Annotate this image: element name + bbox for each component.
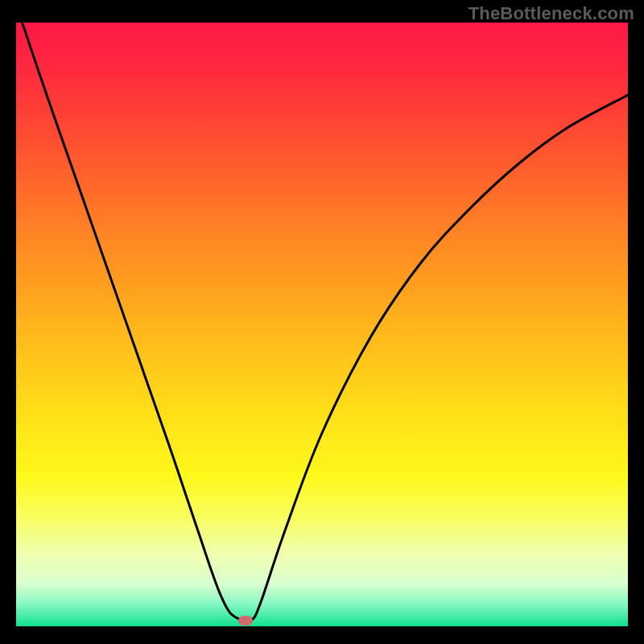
bottleneck-curve bbox=[16, 23, 628, 622]
curve-layer bbox=[16, 23, 628, 626]
optimum-marker bbox=[238, 616, 253, 625]
watermark-text: TheBottleneck.com bbox=[469, 3, 634, 24]
plot-area bbox=[16, 23, 628, 626]
chart-container: TheBottleneck.com bbox=[0, 0, 644, 644]
